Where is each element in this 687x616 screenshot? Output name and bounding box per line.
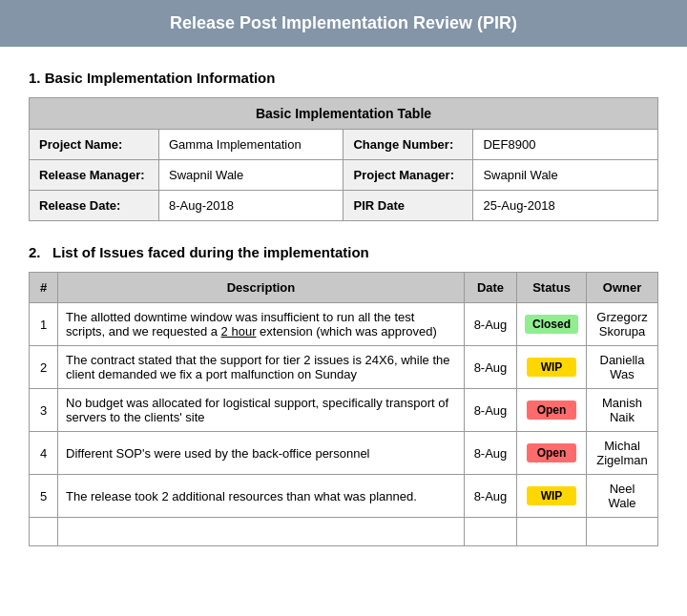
label-release-manager: Release Manager: [30,160,159,191]
value-change-number: DEF8900 [473,130,658,160]
value-release-manager: Swapnil Wale [158,160,344,191]
status-badge-open-3: Open [527,400,576,420]
section1-title: 1. Basic Implementation Information [29,70,658,86]
table-row-empty [30,518,658,546]
section1: 1. Basic Implementation Information Basi… [29,70,658,221]
table-row: 2 The contract stated that the support f… [30,346,658,389]
issue-desc-1: The allotted downtime window was insuffi… [58,303,465,346]
col-description: Description [58,273,465,303]
issue-owner-2: Daniella Was [587,346,658,389]
issue-date-1: 8-Aug [464,303,516,346]
section2: 2. List of Issues faced during the imple… [29,244,658,546]
status-badge-closed: Closed [525,315,578,334]
table-row: 4 Different SOP's were used by the back-… [30,432,658,475]
issue-num-3: 3 [30,389,58,432]
label-release-date: Release Date: [30,191,159,221]
value-project-name: Gamma Implementation [158,130,344,160]
section2-title: 2. List of Issues faced during the imple… [29,244,658,260]
table-row: Release Date: 8-Aug-2018 PIR Date 25-Aug… [30,191,658,221]
issue-num-5: 5 [30,475,58,518]
value-project-manager: Swapnil Wale [473,160,658,191]
col-date: Date [464,273,516,303]
issue-date-3: 8-Aug [464,389,516,432]
basic-table-heading: Basic Implementation Table [30,98,658,130]
status-badge-wip-2: WIP [527,358,576,377]
label-pir-date: PIR Date [344,191,473,221]
issues-table: # Description Date Status Owner 1 The al… [29,272,658,546]
value-pir-date: 25-Aug-2018 [473,191,658,221]
status-badge-wip-5: WIP [527,486,576,505]
issue-owner-5: Neel Wale [587,475,658,518]
issue-date-4: 8-Aug [464,432,516,475]
issue-num-2: 2 [30,346,58,389]
col-status: Status [516,273,586,303]
header-title: Release Post Implementation Review (PIR) [170,13,517,32]
issue-status-2: WIP [516,346,586,389]
issues-table-header: # Description Date Status Owner [30,273,658,303]
issue-date-2: 8-Aug [464,346,516,389]
header: Release Post Implementation Review (PIR) [0,0,687,47]
table-row: Project Name: Gamma Implementation Chang… [30,130,658,160]
issue-desc-4: Different SOP's were used by the back-of… [58,432,465,475]
status-badge-open-4: Open [527,443,576,462]
table-row: 1 The allotted downtime window was insuf… [30,303,658,346]
issue-status-5: WIP [516,475,586,518]
table-row: 3 No budget was allocated for logistical… [30,389,658,432]
issue-desc-2: The contract stated that the support for… [58,346,465,389]
col-num: # [30,273,58,303]
issue-owner-4: Michal Zigelman [587,432,658,475]
value-release-date: 8-Aug-2018 [158,191,344,221]
table-row: 5 The release took 2 additional resource… [30,475,658,518]
issue-status-4: Open [516,432,586,475]
table-row: Release Manager: Swapnil Wale Project Ma… [30,160,658,191]
issue-date-5: 8-Aug [464,475,516,518]
label-project-name: Project Name: [30,130,159,160]
issue-status-1: Closed [516,303,586,346]
issue-num-1: 1 [30,303,58,346]
issue-owner-1: Grzegorz Skorupa [587,303,658,346]
issue-desc-3: No budget was allocated for logistical s… [58,389,465,432]
label-project-manager: Project Manager: [344,160,473,191]
issue-desc-5: The release took 2 additional resources … [58,475,465,518]
label-change-number: Change Number: [344,130,473,160]
basic-implementation-table: Basic Implementation Table Project Name:… [29,97,658,221]
issue-num-4: 4 [30,432,58,475]
issue-owner-3: Manish Naik [587,389,658,432]
issue-status-3: Open [516,389,586,432]
col-owner: Owner [587,273,658,303]
